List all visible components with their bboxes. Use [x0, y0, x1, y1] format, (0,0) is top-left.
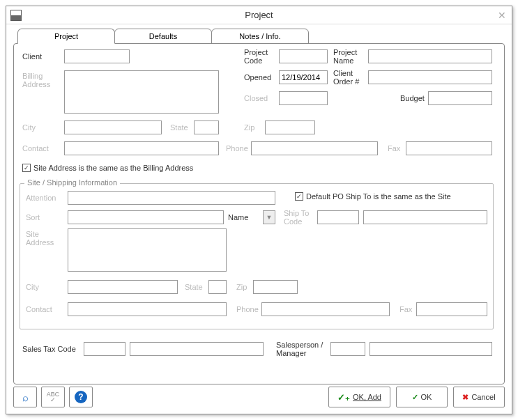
sales-tax-code-field-a[interactable]	[84, 342, 125, 356]
spellcheck-icon: ABC✓	[47, 391, 60, 403]
budget-label: Budget	[400, 94, 425, 102]
sort-name-label: Name	[228, 213, 248, 221]
sort-label: Sort	[26, 213, 40, 221]
default-po-label: Default PO Ship To is the same as the Si…	[306, 192, 451, 201]
spellcheck-button[interactable]: ABC✓	[41, 387, 65, 407]
site-address-field[interactable]	[68, 228, 227, 272]
opened-label: Opened	[244, 73, 271, 81]
opened-field[interactable]	[279, 70, 328, 84]
site-fax-field[interactable]	[416, 302, 487, 316]
project-name-label: Project Name	[333, 48, 364, 65]
project-name-field[interactable]	[368, 49, 492, 63]
billing-address-label: Billing Address	[22, 72, 56, 88]
site-shipping-title: Site / Shipping Information	[24, 178, 120, 187]
site-zip-field[interactable]	[253, 280, 298, 294]
close-icon[interactable]: ✕	[498, 10, 506, 21]
help-button[interactable]: ?	[69, 387, 93, 407]
client-order-field[interactable]	[368, 70, 492, 84]
state-label: State	[170, 123, 188, 132]
project-code-label: Project Code	[244, 48, 275, 65]
salesperson-manager-label: Salesperson / Manager	[276, 341, 328, 357]
phone-label: Phone	[226, 144, 248, 153]
contact-field[interactable]	[64, 141, 219, 155]
tab-project[interactable]: Project	[17, 29, 115, 44]
attention-label: Attention	[26, 194, 56, 202]
closed-label: Closed	[244, 94, 268, 102]
project-code-field[interactable]	[279, 49, 328, 63]
titlebar: Project ✕	[6, 6, 512, 24]
search-button[interactable]: ⌕	[13, 387, 37, 407]
site-city-label: City	[26, 283, 39, 291]
sort-field[interactable]	[68, 210, 224, 224]
tab-bar: Project Defaults Notes / Info.	[17, 29, 505, 44]
ok-label: OK	[421, 393, 432, 401]
fax-field[interactable]	[406, 141, 492, 155]
ship-to-code-field-a[interactable]	[317, 210, 359, 224]
zip-field[interactable]	[265, 120, 315, 134]
sales-tax-code-label: Sales Tax Code	[22, 345, 76, 353]
city-field[interactable]	[64, 120, 162, 134]
site-state-field[interactable]	[208, 280, 227, 294]
ok-add-label: OK, Add	[353, 393, 381, 401]
attention-field[interactable]	[68, 191, 275, 205]
site-city-field[interactable]	[68, 280, 178, 294]
x-icon: ✖	[462, 393, 469, 402]
client-order-label: Client Order #	[333, 69, 367, 86]
footer-toolbar: ⌕ ABC✓ ? ✓₊ OK, Add ✓ OK ✖ Cancel	[6, 380, 512, 414]
site-address-label: Site Address	[26, 230, 59, 247]
sort-dropdown-button[interactable]: ▼	[263, 210, 275, 224]
window-icon	[10, 10, 22, 21]
same-address-label: Site Address is the same as the Billing …	[33, 164, 193, 172]
site-contact-label: Contact	[26, 305, 52, 313]
project-window: Project ✕ Project Defaults Notes / Info.…	[6, 6, 512, 414]
site-phone-label: Phone	[236, 305, 259, 313]
client-field[interactable]	[64, 49, 130, 63]
tab-notes-info[interactable]: Notes / Info.	[211, 29, 309, 44]
client-label: Client	[22, 52, 42, 61]
city-label: City	[22, 123, 36, 132]
zip-label: Zip	[244, 123, 254, 132]
fax-label: Fax	[388, 144, 400, 153]
tab-defaults[interactable]: Defaults	[114, 29, 212, 44]
project-panel: Client Project Code Project Name Billing…	[13, 43, 505, 384]
site-fax-label: Fax	[399, 305, 412, 313]
site-zip-label: Zip	[236, 283, 247, 291]
phone-field[interactable]	[251, 141, 378, 155]
cancel-button[interactable]: ✖ Cancel	[453, 387, 505, 407]
ship-to-code-field-b[interactable]	[363, 210, 487, 224]
contact-label: Contact	[22, 144, 49, 153]
same-address-checkbox[interactable]: ✓	[22, 164, 31, 172]
cancel-label: Cancel	[471, 393, 495, 401]
budget-field[interactable]	[428, 91, 492, 105]
check-icon: ✓	[412, 393, 418, 402]
state-field[interactable]	[194, 120, 219, 134]
plus-check-icon: ✓₊	[337, 392, 350, 403]
default-po-checkbox[interactable]: ✓	[295, 192, 303, 201]
ship-to-code-label: Ship To Code	[284, 209, 316, 226]
site-shipping-group: Site / Shipping Information Attention ✓ …	[20, 183, 494, 329]
salesperson-field-a[interactable]	[330, 342, 365, 356]
salesperson-field-b[interactable]	[370, 342, 492, 356]
ok-add-button[interactable]: ✓₊ OK, Add	[328, 387, 390, 407]
site-phone-field[interactable]	[261, 302, 390, 316]
site-contact-field[interactable]	[68, 302, 227, 316]
site-state-label: State	[185, 283, 203, 291]
sales-tax-code-field-b[interactable]	[130, 342, 264, 356]
billing-address-field[interactable]	[64, 70, 219, 114]
help-icon: ?	[75, 391, 87, 403]
magnifier-icon: ⌕	[22, 391, 29, 403]
window-title: Project	[245, 10, 273, 20]
closed-field[interactable]	[279, 91, 328, 105]
ok-button[interactable]: ✓ OK	[396, 387, 448, 407]
